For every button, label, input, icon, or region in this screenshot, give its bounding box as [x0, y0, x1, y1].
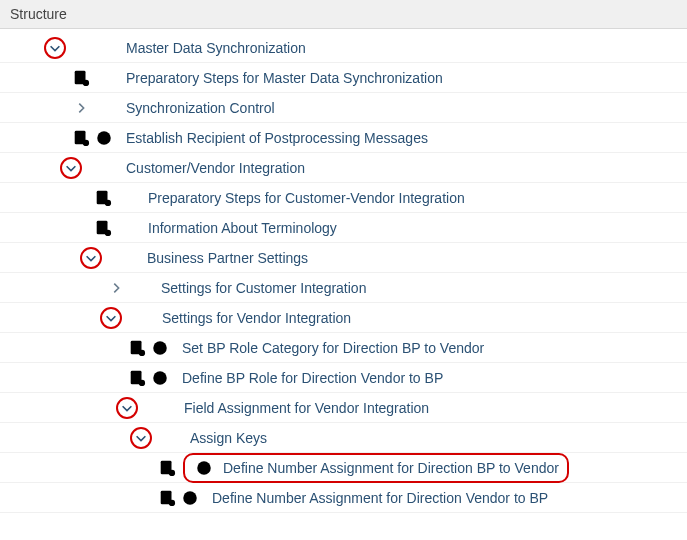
node-label: Set BP Role Category for Direction BP to…: [182, 340, 484, 356]
node-cvi[interactable]: Customer/Vendor Integration: [0, 153, 687, 183]
node-label: Master Data Synchronization: [126, 40, 306, 56]
chevron-down-icon[interactable]: [130, 427, 152, 449]
highlighted-node[interactable]: Define Number Assignment for Direction B…: [183, 453, 569, 483]
chevron-down-icon[interactable]: [44, 37, 66, 59]
chevron-down-icon[interactable]: [100, 307, 122, 329]
node-def-num-vendor-bp[interactable]: Define Number Assignment for Direction V…: [0, 483, 687, 513]
node-label: Information About Terminology: [148, 220, 337, 236]
img-activity-icon: [156, 487, 178, 509]
node-def-num-bp-vendor[interactable]: Define Number Assignment for Direction B…: [0, 453, 687, 483]
node-label: Field Assignment for Vendor Integration: [184, 400, 429, 416]
img-activity-icon: [92, 217, 114, 239]
node-label: Preparatory Steps for Master Data Synchr…: [126, 70, 443, 86]
node-label: Assign Keys: [190, 430, 267, 446]
clock-exec-icon[interactable]: [93, 127, 115, 149]
clock-exec-icon[interactable]: [193, 457, 215, 479]
node-sync-control[interactable]: Synchronization Control: [0, 93, 687, 123]
clock-exec-icon[interactable]: [179, 487, 201, 509]
clock-exec-icon[interactable]: [149, 337, 171, 359]
node-info-terminology[interactable]: Information About Terminology: [0, 213, 687, 243]
structure-header: Structure: [0, 0, 687, 29]
node-label: Establish Recipient of Postprocessing Me…: [126, 130, 428, 146]
node-label: Define BP Role for Direction Vendor to B…: [182, 370, 443, 386]
clock-exec-icon[interactable]: [149, 367, 171, 389]
img-activity-icon: [70, 127, 92, 149]
chevron-down-icon[interactable]: [80, 247, 102, 269]
node-label: Settings for Customer Integration: [161, 280, 366, 296]
node-master-data-sync[interactable]: Master Data Synchronization: [0, 33, 687, 63]
node-settings-vendor[interactable]: Settings for Vendor Integration: [0, 303, 687, 333]
node-label: Synchronization Control: [126, 100, 275, 116]
node-prep-mds[interactable]: Preparatory Steps for Master Data Synchr…: [0, 63, 687, 93]
node-label: Define Number Assignment for Direction V…: [212, 490, 548, 506]
node-bps[interactable]: Business Partner Settings: [0, 243, 687, 273]
node-label: Business Partner Settings: [147, 250, 308, 266]
img-activity-icon: [126, 337, 148, 359]
img-activity-icon: [92, 187, 114, 209]
chevron-down-icon[interactable]: [60, 157, 82, 179]
node-assign-keys[interactable]: Assign Keys: [0, 423, 687, 453]
node-prep-cvi[interactable]: Preparatory Steps for Customer-Vendor In…: [0, 183, 687, 213]
node-establish-recipient[interactable]: Establish Recipient of Postprocessing Me…: [0, 123, 687, 153]
node-settings-customer[interactable]: Settings for Customer Integration: [0, 273, 687, 303]
node-label: Settings for Vendor Integration: [162, 310, 351, 326]
node-field-assignment[interactable]: Field Assignment for Vendor Integration: [0, 393, 687, 423]
img-activity-icon: [126, 367, 148, 389]
node-label: Customer/Vendor Integration: [126, 160, 305, 176]
img-activity-icon: [156, 457, 178, 479]
img-activity-icon: [70, 67, 92, 89]
header-title: Structure: [10, 6, 67, 22]
node-def-bp-role[interactable]: Define BP Role for Direction Vendor to B…: [0, 363, 687, 393]
structure-tree: Master Data Synchronization Preparatory …: [0, 29, 687, 517]
node-label: Preparatory Steps for Customer-Vendor In…: [148, 190, 465, 206]
chevron-down-icon[interactable]: [116, 397, 138, 419]
chevron-right-icon[interactable]: [70, 97, 92, 119]
node-set-bp-role-cat[interactable]: Set BP Role Category for Direction BP to…: [0, 333, 687, 363]
node-label: Define Number Assignment for Direction B…: [223, 460, 559, 476]
chevron-right-icon[interactable]: [105, 277, 127, 299]
